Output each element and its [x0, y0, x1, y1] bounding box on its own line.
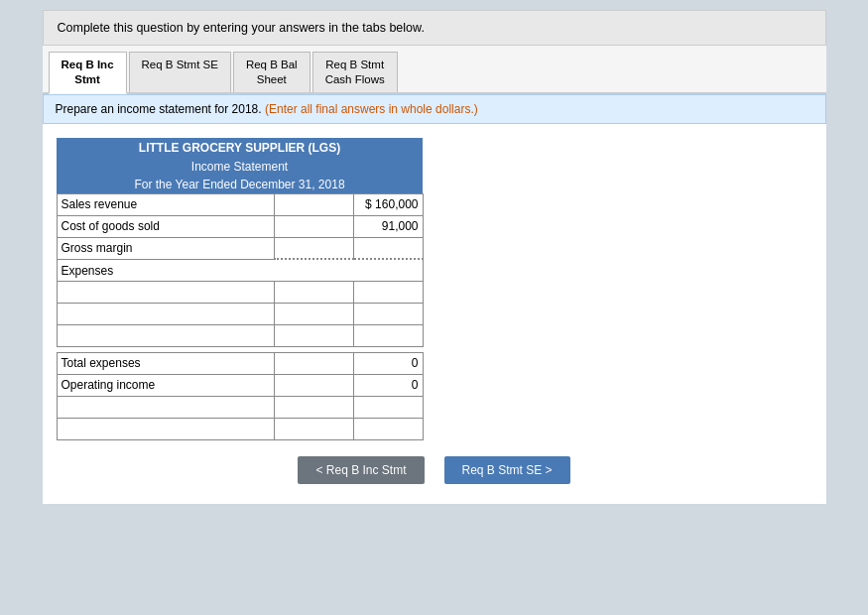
expense-label-input-3[interactable] [62, 327, 270, 344]
expense-label-input-1[interactable] [62, 284, 270, 301]
total-expenses-value: 0 [353, 352, 423, 374]
extra-label-2[interactable] [57, 418, 274, 439]
extra-label-input-2[interactable] [62, 421, 270, 437]
expense-mid-1[interactable] [274, 281, 353, 303]
prepare-text: Prepare an income statement for 2018. [56, 102, 262, 116]
sales-revenue-row: Sales revenue $ 160,000 [57, 193, 423, 215]
tab-req-b-stmt-cash-flows[interactable]: Req B StmtCash Flows [312, 52, 398, 92]
extra-value-input-1[interactable] [358, 399, 419, 416]
sales-revenue-label: Sales revenue [57, 193, 274, 215]
expense-value-3 [353, 324, 423, 346]
title-row: Income Statement [57, 158, 423, 176]
operating-income-value: 0 [353, 374, 423, 396]
statement-area: LITTLE GROCERY SUPPLIER (LGS) Income Sta… [43, 124, 826, 504]
expense-label-2[interactable] [57, 303, 274, 324]
total-expenses-mid [274, 352, 353, 374]
expenses-label: Expenses [57, 259, 423, 281]
expense-value-1 [353, 281, 423, 303]
nav-buttons: < Req B Inc Stmt Req B Stmt SE > [57, 456, 812, 494]
statement-period: For the Year Ended December 31, 2018 [57, 176, 423, 194]
extra-value-1[interactable] [353, 396, 423, 418]
extra-row-2 [57, 418, 423, 439]
income-statement-table: LITTLE GROCERY SUPPLIER (LGS) Income Sta… [57, 138, 424, 440]
operating-income-mid [274, 374, 353, 396]
statement-title: Income Statement [57, 158, 423, 176]
gross-margin-input[interactable] [358, 240, 419, 257]
expense-row-2 [57, 303, 423, 324]
extra-mid-1 [274, 396, 353, 418]
sales-revenue-value: $ 160,000 [353, 193, 423, 215]
expense-label-3[interactable] [57, 324, 274, 346]
gross-margin-value[interactable] [353, 237, 423, 259]
period-row: For the Year Ended December 31, 2018 [57, 176, 423, 194]
expense-mid-3[interactable] [274, 324, 353, 346]
total-expenses-row: Total expenses 0 [57, 352, 423, 374]
gross-margin-mid [274, 237, 353, 259]
instruction-bar: Complete this question by entering your … [43, 10, 826, 46]
tab-req-b-inc-stmt[interactable]: Req B IncStmt [49, 52, 127, 94]
tab-req-b-bal-sheet[interactable]: Req B BalSheet [233, 52, 310, 92]
tabs-row: Req B IncStmt Req B Stmt SE Req B BalShe… [43, 46, 826, 94]
cogs-row: Cost of goods sold 91,000 [57, 215, 423, 237]
expenses-label-row: Expenses [57, 259, 423, 281]
expense-mid-input-3[interactable] [279, 327, 349, 344]
extra-value-input-2[interactable] [358, 421, 419, 437]
extra-row-1 [57, 396, 423, 418]
expense-value-2 [353, 303, 423, 324]
expense-row-3 [57, 324, 423, 346]
expense-mid-input-1[interactable] [279, 284, 349, 301]
tab-req-b-stmt-se[interactable]: Req B Stmt SE [129, 52, 231, 92]
prepare-note: (Enter all final answers in whole dollar… [265, 102, 478, 116]
next-button[interactable]: Req B Stmt SE > [444, 456, 570, 484]
prev-button[interactable]: < Req B Inc Stmt [298, 456, 424, 484]
expense-label-1[interactable] [57, 281, 274, 303]
gross-margin-label: Gross margin [57, 237, 274, 259]
cogs-mid [274, 215, 353, 237]
cogs-label: Cost of goods sold [57, 215, 274, 237]
main-container: Complete this question by entering your … [43, 10, 826, 504]
extra-label-input-1[interactable] [62, 399, 270, 416]
extra-mid-2 [274, 418, 353, 439]
gross-margin-row: Gross margin [57, 237, 423, 259]
total-expenses-label: Total expenses [57, 352, 274, 374]
operating-income-label: Operating income [57, 374, 274, 396]
extra-label-1[interactable] [57, 396, 274, 418]
company-header-row: LITTLE GROCERY SUPPLIER (LGS) [57, 138, 423, 158]
operating-income-row: Operating income 0 [57, 374, 423, 396]
instruction-text: Complete this question by entering your … [58, 21, 425, 35]
prepare-bar: Prepare an income statement for 2018. (E… [43, 94, 826, 124]
expense-row-1 [57, 281, 423, 303]
extra-value-2[interactable] [353, 418, 423, 439]
expense-label-input-2[interactable] [62, 306, 270, 322]
expense-mid-input-2[interactable] [279, 306, 349, 322]
company-name: LITTLE GROCERY SUPPLIER (LGS) [57, 138, 423, 158]
cogs-value: 91,000 [353, 215, 423, 237]
expense-mid-2[interactable] [274, 303, 353, 324]
sales-revenue-mid [274, 193, 353, 215]
